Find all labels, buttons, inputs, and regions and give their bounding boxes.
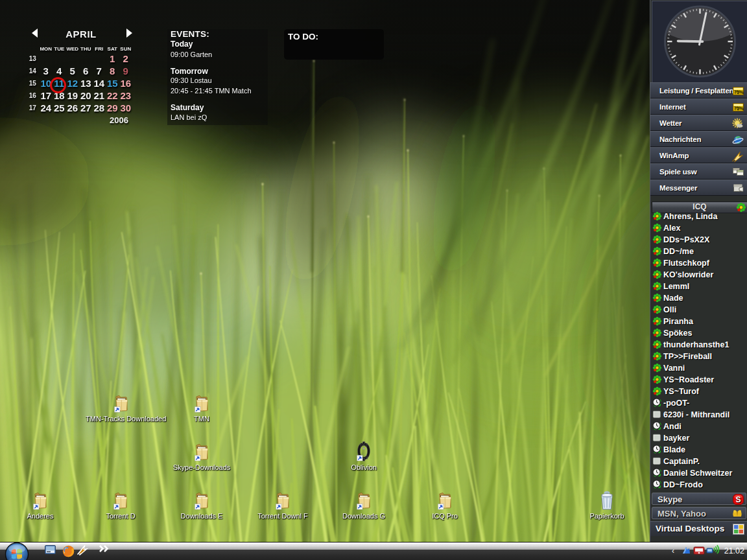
svg-text:S: S — [735, 495, 741, 504]
svg-text:75%: 75% — [733, 89, 743, 95]
svg-text:75%: 75% — [733, 105, 743, 111]
